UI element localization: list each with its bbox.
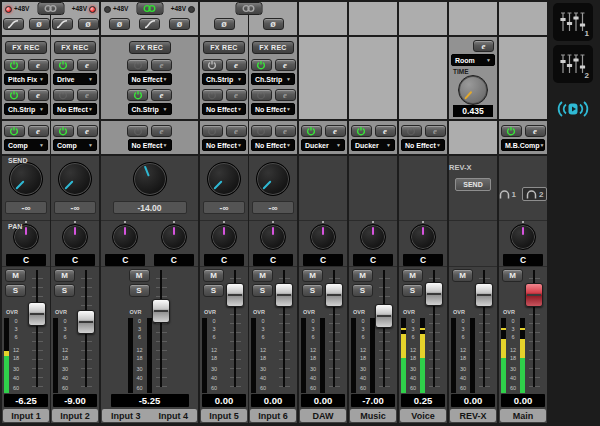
pan-value[interactable]: C [105,254,145,266]
fx-rec-button[interactable]: FX REC [54,41,96,54]
fader-value[interactable]: -9.00 [53,394,97,407]
fx-edit-button[interactable]: e [275,125,296,137]
send-value[interactable]: -∞ [54,201,96,214]
fx-power-button[interactable] [4,125,25,137]
send-value[interactable]: -∞ [5,201,47,214]
loopback-button[interactable] [556,100,590,122]
fader-track[interactable] [379,270,390,387]
lowcut-button[interactable] [3,18,24,30]
fader-value[interactable]: -5.25 [111,394,189,407]
fx-select[interactable]: Ducker▼ [351,139,395,151]
fx-rec-button[interactable]: FX REC [129,41,171,54]
fx-select[interactable]: Ch.Strip▼ [202,73,246,85]
scene-2-button[interactable]: 2 [553,45,593,83]
fx-power-button[interactable] [53,89,74,101]
fx-power-button[interactable] [251,59,272,71]
fx-edit-button[interactable]: e [77,89,98,101]
revx-time-knob[interactable] [458,75,488,105]
fx-select[interactable]: No Effect▼ [251,139,295,151]
send-knob[interactable] [9,162,43,196]
fader-value[interactable]: -7.00 [351,394,395,407]
link-button[interactable] [235,2,262,15]
pan-knob[interactable] [260,224,286,250]
fx-rec-button[interactable]: FX REC [252,41,294,54]
fader-value[interactable]: 0.00 [451,394,495,407]
phase-button[interactable]: ø [169,18,190,30]
fx-select[interactable]: Comp▼ [4,139,48,151]
phantom-toggle[interactable]: +48V [171,6,195,13]
phase-button[interactable]: ø [109,18,130,30]
solo-button[interactable]: S [129,284,150,297]
revx-send-button[interactable]: SEND [455,178,491,191]
fader-track[interactable] [32,270,43,387]
lowcut-button[interactable] [139,18,160,30]
fx-select[interactable]: No Effect▼ [53,103,97,115]
fx-select[interactable]: Drive▼ [53,73,97,85]
pan-value[interactable]: C [154,254,194,266]
mute-button[interactable]: M [129,269,150,282]
phase-button[interactable]: ø [263,18,284,30]
lowcut-button[interactable] [52,18,73,30]
scene-1-button[interactable]: 1 [553,3,593,41]
send-knob[interactable] [58,162,92,196]
fx-select[interactable]: Pitch Fix▼ [4,73,48,85]
phase-button[interactable]: ø [78,18,99,30]
fx-select[interactable]: No Effect▼ [251,103,295,115]
pan-value[interactable]: C [6,254,46,266]
fader-track[interactable] [156,270,167,387]
phones-1-button[interactable]: 1 [499,190,516,199]
fx-edit-button[interactable]: e [275,59,296,71]
solo-button[interactable]: S [402,284,423,297]
pan-knob[interactable] [112,224,138,250]
fx-edit-button[interactable]: e [28,89,49,101]
fx-power-button[interactable] [501,125,522,137]
fx-edit-button[interactable]: e [151,59,172,71]
phantom-toggle[interactable]: +48V [5,6,29,13]
fader-value[interactable]: 0.00 [202,394,246,407]
solo-button[interactable]: S [54,284,75,297]
fx-edit-button[interactable]: e [77,125,98,137]
pan-knob[interactable] [410,224,436,250]
send-value[interactable]: -14.00 [113,201,187,214]
fader-cap[interactable] [28,302,46,326]
fx-edit-button[interactable]: e [226,125,247,137]
pan-knob[interactable] [211,224,237,250]
fader-value[interactable]: 0.25 [401,394,445,407]
fx-power-button[interactable] [127,125,148,137]
fader-value[interactable]: 0.00 [301,394,345,407]
fx-power-button[interactable] [53,125,74,137]
fx-power-button[interactable] [202,59,223,71]
fx-power-button[interactable] [53,59,74,71]
fx-rec-button[interactable]: FX REC [5,41,47,54]
send-value[interactable]: -∞ [203,201,245,214]
fx-power-button[interactable] [301,125,322,137]
pan-knob[interactable] [310,224,336,250]
fx-select[interactable]: Ducker▼ [301,139,345,151]
fx-edit-button[interactable]: e [275,89,296,101]
mute-button[interactable]: M [402,269,423,282]
fx-select[interactable]: Comp▼ [53,139,97,151]
mute-button[interactable]: M [452,269,473,282]
pan-knob[interactable] [161,224,187,250]
solo-button[interactable]: S [252,284,273,297]
mute-button[interactable]: M [54,269,75,282]
fx-select[interactable]: Ch.Strip▼ [4,103,48,115]
fader-cap[interactable] [425,282,443,306]
fader-cap[interactable] [275,283,293,307]
solo-button[interactable]: S [5,284,26,297]
fader-value[interactable]: 0.00 [501,394,545,407]
fx-edit-button[interactable]: e [226,59,247,71]
fx-power-button[interactable] [202,89,223,101]
phase-button[interactable]: ø [29,18,50,30]
solo-button[interactable]: S [352,284,373,297]
mute-button[interactable]: M [5,269,26,282]
fader-cap[interactable] [475,283,493,307]
phase-button[interactable]: ø [214,18,235,30]
fx-edit-button[interactable]: e [226,89,247,101]
fx-edit-button[interactable]: e [525,125,546,137]
revx-preset-select[interactable]: Room▼ [451,54,495,66]
fx-select[interactable]: M.B.Comp▼ [501,139,545,151]
pan-value[interactable]: C [204,254,244,266]
fx-edit-button[interactable]: e [151,125,172,137]
mute-button[interactable]: M [352,269,373,282]
